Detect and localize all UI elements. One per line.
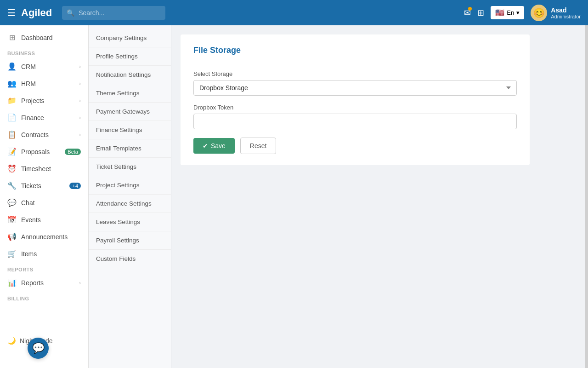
search-icon: 🔍 <box>67 9 74 17</box>
settings-item-custom-fields[interactable]: Custom Fields <box>89 250 171 268</box>
settings-item-ticket-settings[interactable]: Ticket Settings <box>89 158 171 176</box>
timesheet-icon: ⏰ <box>7 164 17 173</box>
user-info: Asad Administrator <box>551 6 581 19</box>
content-area: File Storage Select Storage Dropbox Stor… <box>171 25 585 368</box>
notifications-icon[interactable]: ✉ <box>464 8 471 18</box>
language-label: En <box>507 9 514 16</box>
save-button[interactable]: ✔ Save <box>193 138 235 154</box>
projects-arrow-icon: › <box>79 98 81 104</box>
crm-icon: 👤 <box>7 62 17 71</box>
settings-item-project-settings[interactable]: Project Settings <box>89 176 171 195</box>
select-storage-group: Select Storage Dropbox Storage Local Sto… <box>193 70 517 96</box>
dropbox-token-label: Dropbox Token <box>193 104 517 111</box>
sidebar-item-hrm[interactable]: 👥 HRM › <box>0 75 88 92</box>
sidebar-section-billing: BILLING <box>0 291 88 303</box>
settings-item-finance-settings[interactable]: Finance Settings <box>89 121 171 139</box>
sidebar-item-tickets[interactable]: 🔧 Tickets +4 <box>0 177 88 194</box>
finance-arrow-icon: › <box>79 115 81 121</box>
notification-dot <box>468 7 472 11</box>
hrm-arrow-icon: › <box>79 80 81 87</box>
events-icon: 📅 <box>7 215 17 224</box>
flag-icon: 🇺🇸 <box>495 8 504 17</box>
app-logo: Agiled <box>21 7 52 19</box>
sidebar-item-events[interactable]: 📅 Events <box>0 211 88 228</box>
storage-select[interactable]: Dropbox Storage Local Storage Google Dri… <box>193 80 517 96</box>
hamburger-icon[interactable]: ☰ <box>7 7 16 18</box>
crm-arrow-icon: › <box>79 63 81 70</box>
sidebar-item-reports[interactable]: 📊 Reports › <box>0 274 88 291</box>
sidebar-item-crm[interactable]: 👤 CRM › <box>0 58 88 75</box>
dashboard-icon: ⊞ <box>7 33 17 42</box>
settings-item-payment-gateways[interactable]: Payment Gateways <box>89 103 171 121</box>
page-title: File Storage <box>193 46 517 61</box>
settings-item-payroll-settings[interactable]: Payroll Settings <box>89 231 171 250</box>
right-scrollbar[interactable] <box>585 25 588 368</box>
user-name: Asad <box>551 6 581 14</box>
settings-sidebar: Company Settings Profile Settings Notifi… <box>89 25 171 368</box>
proposals-badge: Beta <box>65 149 81 155</box>
settings-item-theme-settings[interactable]: Theme Settings <box>89 84 171 103</box>
projects-icon: 📁 <box>7 96 17 105</box>
dropbox-token-input[interactable] <box>193 114 517 129</box>
sidebar-item-label: Dashboard <box>21 34 81 41</box>
sidebar-item-announcements[interactable]: 📢 Announcements <box>0 228 88 245</box>
reports-arrow-icon: › <box>79 280 81 286</box>
sidebar-item-finance[interactable]: 📄 Finance › <box>0 109 88 126</box>
finance-icon: 📄 <box>7 113 17 122</box>
select-storage-label: Select Storage <box>193 70 517 77</box>
lang-chevron-icon: ▾ <box>516 9 520 16</box>
sidebar-item-dashboard[interactable]: ⊞ Dashboard <box>0 29 88 46</box>
topnav: ☰ Agiled 🔍 ✉ ⊞ 🇺🇸 En ▾ 😊 Asad Administra… <box>0 0 588 25</box>
reset-button[interactable]: Reset <box>240 138 277 154</box>
avatar: 😊 <box>531 5 547 21</box>
items-icon: 🛒 <box>7 249 17 258</box>
sidebar-item-contracts[interactable]: 📋 Contracts › <box>0 126 88 143</box>
sidebar-section-reports: REPORTS <box>0 262 88 274</box>
search-input[interactable] <box>62 6 165 20</box>
main-layout: ⊞ Dashboard BUSINESS 👤 CRM › 👥 HRM › 📁 P… <box>0 25 588 368</box>
chat-icon: 💬 <box>7 198 17 207</box>
reports-icon: 📊 <box>7 278 17 287</box>
contracts-icon: 📋 <box>7 130 17 139</box>
announcements-icon: 📢 <box>7 232 17 241</box>
language-selector[interactable]: 🇺🇸 En ▾ <box>491 6 524 19</box>
moon-icon: 🌙 <box>7 337 16 345</box>
contracts-arrow-icon: › <box>79 132 81 138</box>
sidebar-section-business: BUSINESS <box>0 46 88 58</box>
settings-item-email-templates[interactable]: Email Templates <box>89 139 171 158</box>
dropbox-token-group: Dropbox Token <box>193 104 517 129</box>
sidebar-item-items[interactable]: 🛒 Items <box>0 245 88 262</box>
chat-bubble[interactable]: 💬 <box>28 338 49 359</box>
sidebar: ⊞ Dashboard BUSINESS 👤 CRM › 👥 HRM › 📁 P… <box>0 25 89 368</box>
sidebar-item-chat[interactable]: 💬 Chat <box>0 194 88 211</box>
sidebar-item-timesheet[interactable]: ⏰ Timesheet <box>0 160 88 177</box>
tickets-icon: 🔧 <box>7 181 17 190</box>
search-wrap: 🔍 <box>62 6 338 20</box>
tickets-badge: +4 <box>69 183 81 189</box>
settings-item-notification-settings[interactable]: Notification Settings <box>89 66 171 84</box>
proposals-icon: 📝 <box>7 147 17 156</box>
user-role: Administrator <box>551 14 581 19</box>
settings-item-profile-settings[interactable]: Profile Settings <box>89 47 171 66</box>
hrm-icon: 👥 <box>7 79 17 88</box>
file-storage-card: File Storage Select Storage Dropbox Stor… <box>181 34 530 165</box>
sidebar-item-proposals[interactable]: 📝 Proposals Beta <box>0 143 88 160</box>
checkmark-icon: ✔ <box>203 142 208 150</box>
form-actions: ✔ Save Reset <box>193 138 517 154</box>
settings-item-leaves-settings[interactable]: Leaves Settings <box>89 213 171 231</box>
user-area[interactable]: 😊 Asad Administrator <box>531 5 581 21</box>
settings-item-company-settings[interactable]: Company Settings <box>89 29 171 47</box>
settings-item-attendance-settings[interactable]: Attendance Settings <box>89 195 171 213</box>
apps-grid-icon[interactable]: ⊞ <box>477 8 484 18</box>
sidebar-item-projects[interactable]: 📁 Projects › <box>0 92 88 109</box>
topnav-right: ✉ ⊞ 🇺🇸 En ▾ 😊 Asad Administrator <box>464 5 581 21</box>
